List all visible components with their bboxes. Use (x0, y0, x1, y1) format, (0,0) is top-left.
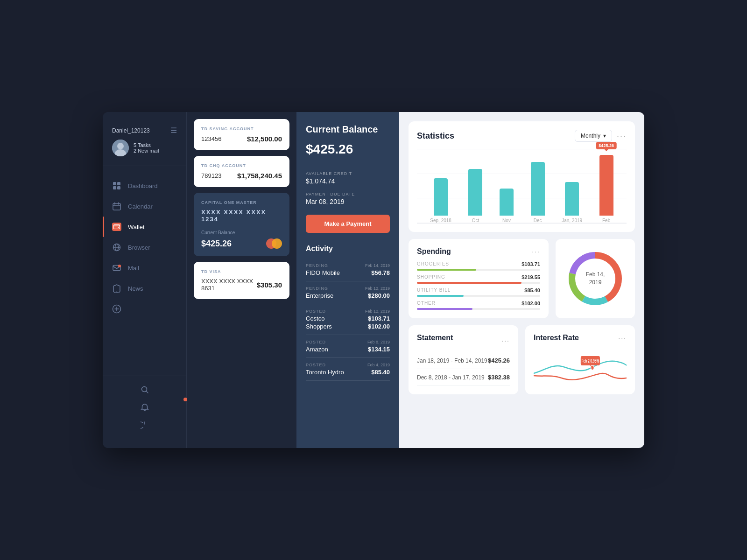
sidebar-profile: Daniel_120123 ☰ 5 Tasks 2 New mail (103, 121, 186, 166)
bar-chart: Sep, 2018 Oct Nov Dec (417, 149, 627, 224)
spending-items: GROCERIES $103.71 SHOPPING $219.55 (417, 261, 540, 310)
activity-title: Activity (306, 245, 390, 253)
activity-amount: $280.00 (368, 292, 390, 299)
activity-date: Feb 14, 2019 (365, 263, 390, 268)
activity-status: POSTED (306, 340, 326, 344)
account-balance: $425.26 (201, 239, 235, 249)
main-content: Current Balance $425.26 AVAILABLE CREDIT… (296, 112, 644, 448)
sidebar-nav: Dashboard Calendar (103, 171, 186, 376)
balance-title: Current Balance (306, 124, 390, 135)
sidebar-item-label: Dashboard (128, 182, 158, 189)
sidebar-bottom (103, 376, 186, 439)
svg-text:Feb 2  0.95%: Feb 2 0.95% (581, 358, 599, 364)
activity-item-2: POSTED Feb 12, 2019 Costco $103.71 Shopp… (306, 304, 390, 335)
bar-jan (565, 182, 579, 216)
accounts-panel: TD SAVING ACCOUNT 123456 $12,500.00 TD C… (187, 112, 296, 448)
hamburger-icon[interactable]: ☰ (170, 126, 177, 135)
sidebar-item-mail[interactable]: Mail (103, 258, 186, 278)
activity-date: Feb 12, 2019 (365, 286, 390, 291)
activity-name: FIDO Mobile (306, 269, 340, 276)
sidebar-username: Daniel_120123 (112, 127, 150, 134)
sidebar-item-news[interactable]: News (103, 278, 186, 299)
activity-amount: $134.15 (368, 346, 390, 353)
mail-icon (112, 263, 121, 273)
interest-dots-menu[interactable]: ··· (618, 334, 627, 342)
statement-item-0: Jan 18, 2019 - Feb 14, 2019 $425.26 (417, 352, 510, 369)
statement-dots-menu[interactable]: ··· (501, 337, 510, 344)
bar-tooltip: $425.26 (596, 142, 617, 149)
bar-group-dec: Dec (531, 162, 545, 223)
sidebar-item-label: Wallet (128, 224, 145, 231)
spending-item-other: OTHER $102.00 (417, 301, 540, 310)
sidebar-item-wallet[interactable]: Wallet (103, 217, 186, 237)
account-card-capital-one[interactable]: CAPITAL ONE MASTER XXXX XXXX XXXX 1234 C… (194, 193, 289, 256)
payment-due-value: Mar 08, 2019 (306, 198, 390, 205)
power-button[interactable] (103, 416, 186, 434)
activity-date: Feb 4, 2019 (367, 363, 390, 367)
spending-row: Spending ··· GROCERIES $103.71 (409, 239, 635, 318)
statement-item-1: Dec 8, 2018 - Jan 17, 2019 $382.38 (417, 369, 510, 386)
sidebar-user-info: 5 Tasks 2 New mail (134, 142, 159, 154)
app-container: Daniel_120123 ☰ 5 Tasks 2 New mail (103, 112, 644, 448)
activity-date: Feb 12, 2019 (365, 309, 390, 314)
globe-icon (112, 243, 121, 252)
activity-name: Toronto Hydro (306, 369, 344, 376)
statistics-dots-menu[interactable]: ··· (617, 131, 627, 141)
sidebar-item-add[interactable] (103, 299, 186, 319)
activity-status: POSTED (306, 363, 326, 367)
account-type: TD CHQ ACCOUNT (201, 163, 282, 168)
payment-due-row: PAYMENT DUE DATE Mar 08, 2019 (306, 192, 390, 205)
available-credit-label: AVAILABLE CREDIT (306, 171, 390, 176)
account-card-chq[interactable]: TD CHQ ACCOUNT 789123 $1,758,240.45 (194, 156, 289, 187)
svg-rect-4 (117, 182, 120, 185)
available-credit-row: AVAILABLE CREDIT $1,074.74 (306, 171, 390, 185)
monthly-select[interactable]: Monthly ▾ (575, 130, 612, 142)
account-type: TD SAVING ACCOUNT (201, 126, 282, 131)
spending-item-shopping: SHOPPING $219.55 (417, 274, 540, 284)
activity-amount: $85.40 (371, 369, 390, 376)
add-circle-icon (112, 304, 121, 314)
bar-group-feb: $425.26 Feb (599, 155, 613, 223)
notification-badge-dot (183, 398, 187, 401)
svg-point-13 (118, 265, 121, 267)
notification-button[interactable] (103, 399, 186, 416)
spending-dots-menu[interactable]: ··· (532, 248, 540, 255)
calendar-icon (112, 202, 121, 211)
search-button[interactable] (103, 381, 186, 399)
sidebar: Daniel_120123 ☰ 5 Tasks 2 New mail (103, 112, 187, 448)
spending-card: Spending ··· GROCERIES $103.71 (409, 239, 549, 318)
bottom-row: Statement ··· Jan 18, 2019 - Feb 14, 201… (409, 325, 635, 394)
sidebar-item-label: Mail (128, 265, 139, 272)
activity-sub-amount: $102.00 (368, 323, 390, 330)
bar-sep (434, 178, 448, 216)
activity-date: Feb 8, 2019 (367, 340, 390, 344)
statistics-card: Statistics Monthly ▾ ··· (409, 121, 635, 232)
payment-due-label: PAYMENT DUE DATE (306, 192, 390, 196)
sidebar-item-calendar[interactable]: Calendar (103, 196, 186, 217)
activity-item-1: PENDING Feb 12, 2019 Enterprise $280.00 (306, 281, 390, 304)
balance-amount: $425.26 (306, 142, 390, 157)
svg-rect-7 (113, 203, 120, 210)
activity-name: Amazon (306, 346, 328, 353)
activity-amount: $103.71 (368, 315, 390, 322)
spending-title: Spending (417, 247, 451, 256)
grid-icon (112, 181, 121, 190)
activity-item-3: POSTED Feb 8, 2019 Amazon $134.15 (306, 335, 390, 358)
bar-nov (500, 189, 514, 216)
account-card-visa[interactable]: TD VISA XXXX XXXX XXXX 8631 $305.30 (194, 262, 289, 299)
sidebar-item-browser[interactable]: Browser (103, 237, 186, 258)
balance-panel: Current Balance $425.26 AVAILABLE CREDIT… (296, 112, 399, 448)
available-credit-value: $1,074.74 (306, 177, 390, 185)
donut-chart: Feb 14, 2019 (565, 248, 626, 309)
account-balance: $12,500.00 (247, 135, 282, 143)
account-card-saving[interactable]: TD SAVING ACCOUNT 123456 $12,500.00 (194, 119, 289, 150)
sidebar-item-dashboard[interactable]: Dashboard (103, 175, 186, 196)
avatar (112, 140, 129, 156)
make-payment-button[interactable]: Make a Payment (306, 215, 390, 233)
spending-item-groceries: GROCERIES $103.71 (417, 261, 540, 271)
account-balance-label: Current Balance (201, 230, 235, 235)
interest-chart: Feb 2 0.95% (534, 348, 627, 385)
account-number: XXXX XXXX XXXX 8631 (201, 278, 257, 292)
account-number: XXXX XXXX XXXX 1234 (201, 209, 282, 223)
bar-oct (468, 169, 482, 216)
